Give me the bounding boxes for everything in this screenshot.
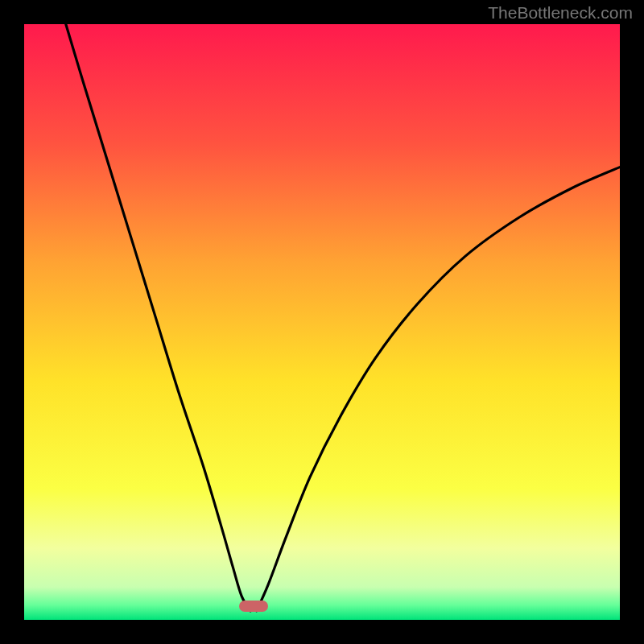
curve-right-branch: [257, 167, 620, 611]
curve-left-branch: [66, 24, 250, 611]
bottleneck-marker: [239, 601, 268, 612]
watermark-text: TheBottleneck.com: [488, 3, 633, 23]
plot-area: [24, 24, 620, 620]
curve-plot: [24, 24, 620, 620]
